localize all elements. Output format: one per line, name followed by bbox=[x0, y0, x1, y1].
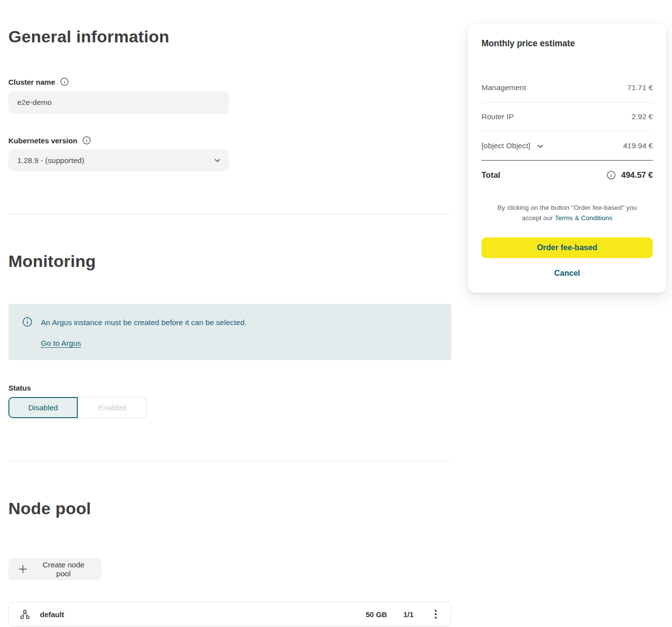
kubernetes-version-info-icon[interactable] bbox=[82, 136, 91, 145]
total-label: Total bbox=[481, 170, 500, 180]
price-row-node-pool[interactable]: [object Object] 419.94 € bbox=[481, 132, 653, 161]
kubernetes-version-select[interactable]: 1.28.9 - (supported) bbox=[8, 149, 229, 171]
cluster-create-form: General information Cluster name Kuberne… bbox=[8, 0, 451, 627]
create-node-pool-label: Create node pool bbox=[35, 561, 92, 578]
total-value: 494.57 € bbox=[621, 170, 653, 180]
node-pool-volume-size: 50 GB bbox=[366, 610, 387, 619]
chevron-down-icon[interactable] bbox=[537, 142, 544, 150]
general-information-title: General information bbox=[8, 27, 169, 46]
cluster-name-label: Cluster name bbox=[8, 78, 55, 86]
cancel-button[interactable]: Cancel bbox=[554, 269, 580, 278]
cluster-name-label-row: Cluster name bbox=[8, 77, 69, 86]
terms-line2-prefix: accept our bbox=[522, 214, 555, 222]
order-fee-based-button[interactable]: Order fee-based bbox=[481, 237, 653, 258]
total-info-icon[interactable] bbox=[607, 170, 616, 180]
price-row-value: 2.92 € bbox=[632, 112, 653, 121]
node-pool-row[interactable]: default 50 GB 1/1 bbox=[8, 602, 451, 627]
cluster-name-info-icon[interactable] bbox=[60, 77, 69, 86]
price-row-value: 419.94 € bbox=[623, 141, 653, 150]
node-pool-icon bbox=[19, 609, 31, 620]
kubernetes-version-selected-value: 1.28.9 - (supported) bbox=[17, 156, 84, 165]
monitoring-title: Monitoring bbox=[8, 252, 96, 271]
node-pool-name: default bbox=[40, 610, 64, 619]
node-pool-node-count: 1/1 bbox=[403, 610, 414, 619]
section-divider bbox=[8, 214, 451, 214]
monthly-price-estimate-panel: Monthly price estimate Management 71.71 … bbox=[468, 24, 666, 293]
price-row-label: Management bbox=[481, 83, 526, 92]
plus-icon bbox=[18, 564, 28, 574]
price-row-router-ip: Router IP 2.92 € bbox=[481, 102, 653, 132]
status-label: Status bbox=[8, 384, 31, 392]
kubernetes-version-label-row: Kubernetes version bbox=[8, 136, 91, 145]
kubernetes-version-label: Kubernetes version bbox=[8, 136, 77, 145]
terms-line1: By clicking on the button "Order fee-bas… bbox=[497, 204, 637, 211]
price-panel-title: Monthly price estimate bbox=[481, 38, 653, 49]
status-toggle: Disabled Enabled bbox=[8, 397, 147, 418]
node-pool-kebab-menu-icon[interactable] bbox=[426, 605, 445, 624]
node-pool-title: Node pool bbox=[8, 499, 91, 518]
alert-info-icon bbox=[22, 317, 32, 329]
price-row-label: Router IP bbox=[481, 112, 513, 121]
argus-info-alert: An Argus instance must be created before… bbox=[8, 304, 451, 360]
price-rows: Management 71.71 € Router IP 2.92 € [obj… bbox=[481, 73, 653, 189]
terms-and-conditions-link[interactable]: Terms & Conditions bbox=[555, 214, 612, 222]
alert-message: An Argus instance must be created before… bbox=[41, 318, 247, 327]
cluster-name-input[interactable] bbox=[8, 91, 229, 114]
go-to-argus-link[interactable]: Go to Argus bbox=[41, 339, 81, 348]
price-row-management: Management 71.71 € bbox=[481, 73, 653, 102]
price-total-row: Total 494.57 € bbox=[481, 161, 653, 189]
price-row-value: 71.71 € bbox=[627, 83, 653, 92]
status-option-disabled[interactable]: Disabled bbox=[8, 397, 78, 418]
chevron-down-icon bbox=[214, 157, 221, 164]
terms-text: By clicking on the button "Order fee-bas… bbox=[481, 202, 653, 223]
section-divider bbox=[8, 461, 451, 462]
create-node-pool-button[interactable]: Create node pool bbox=[8, 558, 102, 580]
price-row-label: [object Object] bbox=[481, 141, 530, 150]
status-option-enabled[interactable]: Enabled bbox=[78, 397, 147, 418]
